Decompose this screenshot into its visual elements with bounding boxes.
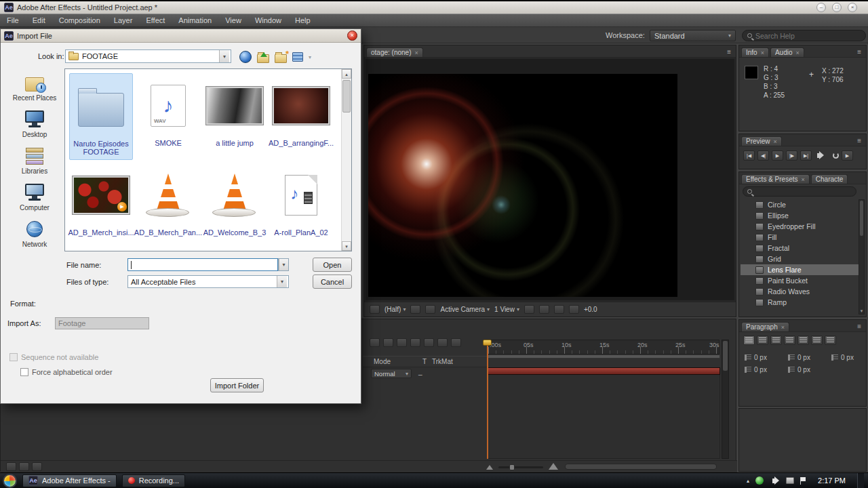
- current-time-indicator-line[interactable]: [487, 340, 488, 459]
- file-item[interactable]: AD_Welcome_B_3: [203, 163, 267, 241]
- transparency-grid-icon[interactable]: [425, 305, 435, 314]
- taskbar-clock[interactable]: 2:17 PM: [812, 476, 851, 485]
- view-menu-icon[interactable]: [292, 52, 303, 62]
- panel-menu-icon[interactable]: ≡: [854, 47, 864, 57]
- effects-scrollbar[interactable]: [859, 199, 865, 314]
- hide-shy-layers-icon[interactable]: [397, 338, 407, 347]
- minimize-button[interactable]: –: [816, 3, 826, 12]
- expand-transfer-controls-icon[interactable]: [19, 462, 29, 471]
- grid-options-icon[interactable]: [524, 305, 534, 314]
- blend-mode-dropdown[interactable]: Normal ▾: [371, 369, 412, 378]
- ram-preview-button[interactable]: ▶: [842, 150, 853, 161]
- effect-item[interactable]: Grid: [741, 253, 860, 264]
- scroll-down-icon[interactable]: ▾: [342, 241, 351, 251]
- volume-tray-icon[interactable]: [772, 479, 776, 483]
- composition-viewer[interactable]: [366, 59, 734, 300]
- layer-duration-bar[interactable]: [488, 367, 720, 375]
- space-after-field[interactable]: 0 px: [788, 366, 810, 373]
- align-center-button[interactable]: [757, 336, 768, 345]
- effect-item-selected[interactable]: Lens Flare: [741, 264, 860, 275]
- menu-help[interactable]: Help: [295, 16, 311, 24]
- tab-info[interactable]: Info ×: [741, 47, 769, 57]
- resolution-icon[interactable]: [569, 305, 579, 314]
- tab-character[interactable]: Characte: [811, 174, 848, 184]
- start-button[interactable]: [3, 474, 17, 488]
- place-computer[interactable]: Computer: [9, 182, 60, 219]
- menu-window[interactable]: Window: [255, 16, 281, 24]
- justify-last-right-button[interactable]: [811, 336, 823, 345]
- alphabetical-checkbox[interactable]: [20, 368, 28, 376]
- maximize-button[interactable]: □: [832, 3, 842, 12]
- place-network[interactable]: Network: [9, 219, 60, 256]
- file-item-selected[interactable]: Naruto Episodes FOOTAGE: [69, 73, 133, 160]
- effect-item[interactable]: Radio Waves: [741, 286, 860, 297]
- place-recent-places[interactable]: Recent Places: [9, 73, 60, 109]
- tab-paragraph[interactable]: Paragraph ×: [741, 322, 789, 331]
- current-time-indicator-handle[interactable]: [483, 340, 492, 346]
- view-layout-dropdown[interactable]: 1 View ▾: [494, 306, 519, 313]
- help-search-box[interactable]: [742, 30, 866, 41]
- close-icon[interactable]: ×: [781, 324, 785, 331]
- open-button[interactable]: Open: [313, 258, 352, 272]
- timeline-track-area[interactable]: [488, 375, 720, 459]
- file-item[interactable]: ▶ AD_B_Merch_insi...: [69, 163, 133, 241]
- expand-in-out-icon[interactable]: [32, 462, 42, 471]
- justify-all-button[interactable]: [825, 336, 836, 345]
- menu-file[interactable]: File: [7, 16, 19, 24]
- panel-menu-icon[interactable]: ≡: [724, 47, 734, 57]
- snapshot-icon[interactable]: [539, 305, 549, 314]
- scroll-up-icon[interactable]: ▴: [342, 69, 351, 79]
- chevron-down-icon[interactable]: ▾: [309, 54, 311, 60]
- effect-item[interactable]: Circle: [741, 199, 860, 210]
- align-right-button[interactable]: [770, 336, 782, 345]
- timeline-zoom-slider[interactable]: [498, 466, 543, 468]
- audio-toggle-icon[interactable]: [817, 153, 821, 158]
- effect-item[interactable]: Ramp: [741, 297, 860, 308]
- close-button[interactable]: ×: [848, 3, 857, 12]
- file-list-scrollbar[interactable]: ▴ ▾: [341, 69, 351, 251]
- frame-blending-icon[interactable]: [410, 338, 420, 347]
- work-area-bar[interactable]: [488, 354, 720, 359]
- menu-view[interactable]: View: [225, 16, 241, 24]
- files-of-type-dropdown[interactable]: All Acceptable Files ▾: [127, 275, 289, 288]
- timeline-vertical-scrollbar[interactable]: [722, 340, 729, 459]
- place-libraries[interactable]: Libraries: [9, 146, 60, 182]
- file-name-dropdown-button[interactable]: ▾: [278, 258, 289, 271]
- tab-effects-presets[interactable]: Effects & Presets ×: [741, 174, 810, 184]
- close-icon[interactable]: ×: [802, 176, 805, 183]
- close-icon[interactable]: ×: [774, 138, 777, 145]
- trkmat-value[interactable]: _: [418, 368, 422, 375]
- loop-toggle-icon[interactable]: [833, 152, 839, 159]
- graph-editor-icon[interactable]: [451, 338, 461, 347]
- create-new-folder-icon[interactable]: *: [275, 54, 287, 63]
- scrollbar-thumb[interactable]: [723, 341, 728, 371]
- draft-3d-icon[interactable]: [383, 338, 393, 347]
- scroll-down-icon[interactable]: ▾: [859, 308, 865, 314]
- effect-item[interactable]: Fractal: [741, 243, 860, 253]
- region-of-interest-icon[interactable]: [370, 305, 380, 314]
- taskbar-after-effects-button[interactable]: Ae Adobe After Effects -: [22, 474, 117, 487]
- cancel-button[interactable]: Cancel: [313, 274, 352, 289]
- play-button[interactable]: ▶: [772, 150, 783, 161]
- dialog-close-button[interactable]: ×: [347, 30, 357, 41]
- hidden-icons-chevron[interactable]: ▴: [747, 478, 749, 484]
- help-search-input[interactable]: [755, 32, 850, 40]
- camera-dropdown[interactable]: Active Camera ▾: [440, 306, 490, 313]
- file-item[interactable]: ♪ A-roll_PlanA_02: [269, 163, 333, 241]
- import-folder-button[interactable]: Import Folder: [210, 378, 264, 392]
- effect-item[interactable]: Paint Bucket: [741, 275, 860, 286]
- file-item[interactable]: ♪ WAV SMOKE: [136, 73, 200, 160]
- effect-item[interactable]: Ellipse: [741, 210, 860, 221]
- tab-footage[interactable]: otage: (none) ×: [366, 47, 423, 57]
- look-in-dropdown[interactable]: FOOTAGE ▾: [65, 49, 231, 63]
- align-left-button[interactable]: [743, 336, 755, 345]
- expand-layer-switches-icon[interactable]: [6, 462, 16, 471]
- menu-edit[interactable]: Edit: [33, 16, 45, 24]
- up-one-level-icon[interactable]: [257, 54, 269, 63]
- effects-search-box[interactable]: [743, 186, 856, 197]
- tab-audio[interactable]: Audio ×: [770, 47, 804, 57]
- pan-menu-icon[interactable]: ≡: [854, 322, 864, 331]
- close-icon[interactable]: ×: [796, 49, 800, 56]
- media-player-tray-icon[interactable]: [755, 476, 764, 485]
- magnification-dropdown[interactable]: (Half) ▾: [384, 306, 406, 313]
